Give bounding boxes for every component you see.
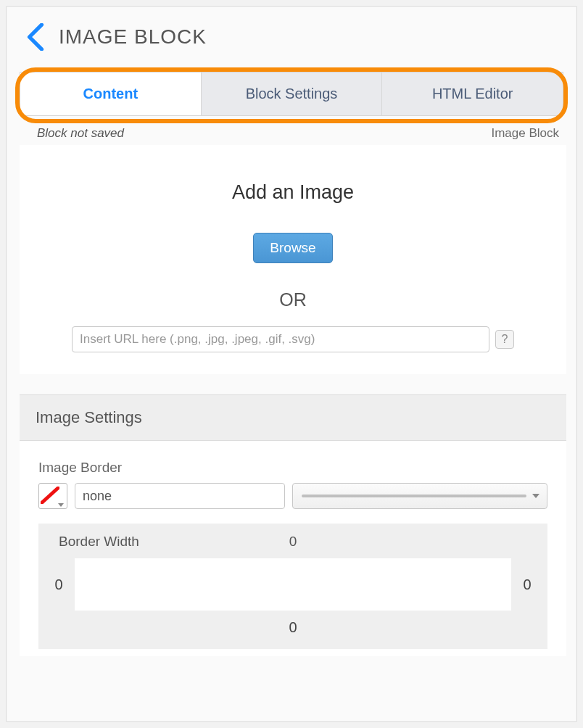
- url-row: ?: [38, 326, 547, 352]
- border-width-header: Border Width 0: [51, 534, 534, 553]
- tab-content[interactable]: Content: [20, 73, 202, 115]
- panel-header: IMAGE BLOCK: [7, 7, 576, 63]
- status-row: Block not saved Image Block: [20, 123, 566, 145]
- border-width-label: Border Width: [59, 534, 139, 550]
- border-width-box: Border Width 0 0 0 0: [38, 524, 547, 649]
- image-settings-body: Image Border Border Width 0 0: [20, 441, 566, 656]
- tab-block-settings[interactable]: Block Settings: [202, 73, 383, 115]
- block-type-label: Image Block: [491, 126, 559, 141]
- content-scroll[interactable]: Block not saved Image Block Add an Image…: [20, 123, 572, 714]
- border-width-left-value[interactable]: 0: [51, 576, 66, 593]
- no-color-icon: [41, 487, 59, 504]
- border-width-top-value[interactable]: 0: [289, 534, 297, 549]
- tabs: Content Block Settings HTML Editor: [20, 72, 563, 116]
- image-url-input[interactable]: [72, 326, 489, 352]
- back-button[interactable]: [21, 22, 50, 51]
- chevron-down-icon: [58, 503, 64, 507]
- tabs-wrapper: Content Block Settings HTML Editor: [20, 72, 563, 116]
- border-width-preview: [75, 558, 511, 611]
- add-image-area: Add an Image Browse OR ?: [20, 145, 566, 374]
- block-not-saved-label: Block not saved: [37, 126, 124, 141]
- border-color-picker[interactable]: [38, 483, 67, 509]
- border-style-dropdown[interactable]: [292, 483, 547, 509]
- image-border-label: Image Border: [38, 460, 547, 476]
- page-title: IMAGE BLOCK: [59, 25, 207, 49]
- add-image-heading: Add an Image: [38, 181, 547, 204]
- image-border-controls: [38, 483, 547, 509]
- chevron-left-icon: [26, 23, 45, 51]
- image-block-panel: IMAGE BLOCK Content Block Settings HTML …: [6, 6, 577, 722]
- border-width-middle: 0 0: [51, 558, 534, 611]
- border-style-input[interactable]: [75, 483, 285, 509]
- browse-button[interactable]: Browse: [253, 233, 332, 263]
- border-width-right-value[interactable]: 0: [520, 576, 534, 593]
- border-width-bottom-value[interactable]: 0: [51, 619, 534, 636]
- url-help-button[interactable]: ?: [495, 330, 514, 349]
- tab-html-editor[interactable]: HTML Editor: [382, 73, 563, 115]
- svg-line-0: [42, 488, 58, 502]
- image-settings-heading: Image Settings: [20, 394, 566, 441]
- or-label: OR: [38, 289, 547, 310]
